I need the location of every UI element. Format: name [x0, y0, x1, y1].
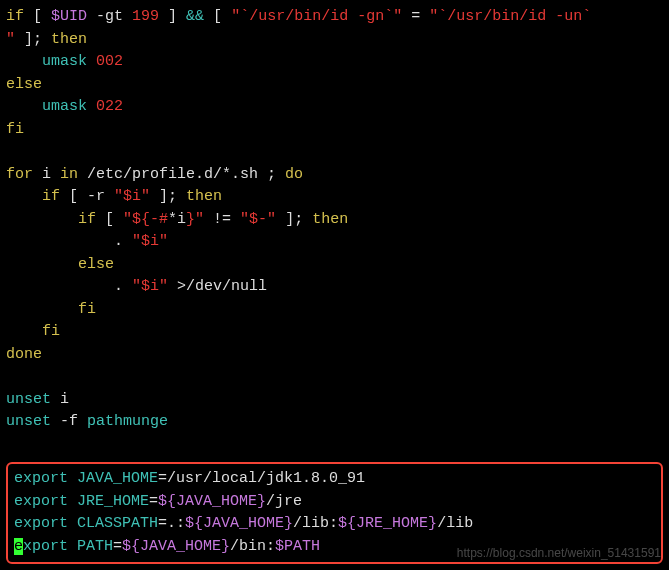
- command-umask: umask: [42, 98, 87, 115]
- keyword-then: then: [312, 211, 348, 228]
- code-line: unset -f pathmunge: [6, 411, 663, 434]
- keyword-else: else: [78, 256, 114, 273]
- var-uid: $UID: [51, 8, 87, 25]
- code-line: [6, 366, 663, 389]
- terminal-code-view[interactable]: if [ $UID -gt 199 ] && [ "`/usr/bin/id -…: [6, 6, 663, 564]
- code-line: if [ $UID -gt 199 ] && [ "`/usr/bin/id -…: [6, 6, 663, 29]
- string: "$i": [132, 233, 168, 250]
- string: "$i": [114, 188, 150, 205]
- code-line: fi: [6, 321, 663, 344]
- var-ref: ${JRE_HOME}: [338, 515, 437, 532]
- string: "`/usr/bin/id -gn`": [231, 8, 402, 25]
- number: 022: [87, 98, 123, 115]
- code-line: export JAVA_HOME=/usr/local/jdk1.8.0_91: [14, 468, 655, 491]
- keyword-if: if: [78, 211, 96, 228]
- code-line: . "$i": [6, 231, 663, 254]
- command-export: export: [14, 515, 68, 532]
- var-classpath: CLASSPATH: [68, 515, 158, 532]
- keyword-for: for: [6, 166, 33, 183]
- keyword-else: else: [6, 76, 42, 93]
- code-line: if [ "${-#*i}" != "$-" ]; then: [6, 209, 663, 232]
- keyword-if: if: [6, 8, 24, 25]
- code-line: export CLASSPATH=.:${JAVA_HOME}/lib:${JR…: [14, 513, 655, 536]
- code-line: else: [6, 254, 663, 277]
- code-line: unset i: [6, 389, 663, 412]
- code-line: . "$i" >/dev/null: [6, 276, 663, 299]
- keyword-then: then: [186, 188, 222, 205]
- command-export: export: [14, 470, 68, 487]
- string: "$-": [240, 211, 276, 228]
- command-export: xport: [23, 538, 68, 555]
- var-java-home: JAVA_HOME: [68, 470, 158, 487]
- keyword-fi: fi: [6, 121, 24, 138]
- code-line: fi: [6, 299, 663, 322]
- var-ref: ${JAVA_HOME}: [122, 538, 230, 555]
- cursor: e: [14, 538, 23, 555]
- code-line: umask 022: [6, 96, 663, 119]
- code-line: [6, 141, 663, 164]
- keyword-in: in: [60, 166, 78, 183]
- keyword-if: if: [42, 188, 60, 205]
- command-umask: umask: [42, 53, 87, 70]
- code-line: else: [6, 74, 663, 97]
- keyword-done: done: [6, 346, 42, 363]
- code-line: " ]; then: [6, 29, 663, 52]
- watermark: https://blog.csdn.net/weixin_51431591: [457, 544, 661, 562]
- var-ref: ${JAVA_HOME}: [158, 493, 266, 510]
- code-line: export JRE_HOME=${JAVA_HOME}/jre: [14, 491, 655, 514]
- code-line: umask 002: [6, 51, 663, 74]
- code-line: [6, 434, 663, 457]
- keyword-do: do: [285, 166, 303, 183]
- var-ref: ${JAVA_HOME}: [185, 515, 293, 532]
- keyword-fi: fi: [42, 323, 60, 340]
- number: 199: [132, 8, 159, 25]
- keyword-then: then: [51, 31, 87, 48]
- keyword-fi: fi: [78, 301, 96, 318]
- number: 002: [87, 53, 123, 70]
- code-line: done: [6, 344, 663, 367]
- code-line: if [ -r "$i" ]; then: [6, 186, 663, 209]
- var-ref: $PATH: [275, 538, 320, 555]
- var-path: PATH: [68, 538, 113, 555]
- command-unset: unset: [6, 413, 51, 430]
- command-unset: unset: [6, 391, 51, 408]
- var-jre-home: JRE_HOME: [68, 493, 149, 510]
- string: "$i": [132, 278, 168, 295]
- string: "`/usr/bin/id -un`: [429, 8, 591, 25]
- command-export: export: [14, 493, 68, 510]
- code-line: fi: [6, 119, 663, 142]
- code-line: for i in /etc/profile.d/*.sh ; do: [6, 164, 663, 187]
- operator: &&: [186, 8, 204, 25]
